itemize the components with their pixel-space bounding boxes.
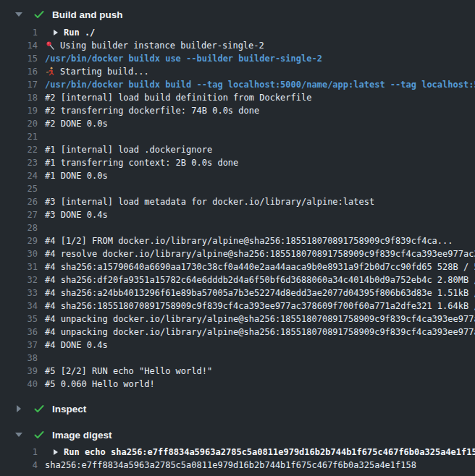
log-text: #2 transferring dockerfile: 74B 0.0s don… (45, 104, 259, 117)
pushpin-icon (45, 41, 55, 51)
log-line: 40#5 0.060 Hello world! (0, 378, 475, 391)
log-line: 1Run ./ (0, 26, 475, 39)
log-text: Using builder instance builder-single-2 (60, 39, 264, 52)
line-number[interactable]: 36 (0, 326, 38, 339)
line-number[interactable]: 35 (0, 313, 38, 326)
line-content: #4 sha256:a24bb4013296f61e89ba57005a7b3e… (38, 286, 475, 299)
log-line: 22#1 [internal] load .dockerignore (0, 143, 475, 156)
log-text: #4 resolve docker.io/library/alpine@sha2… (45, 247, 475, 260)
section-header-image-digest[interactable]: Image digest (0, 424, 475, 446)
log-text: #4 DONE 0.4s (45, 339, 108, 352)
log-section-image-digest: Image digest1Run echo sha256:e7ff8834a59… (0, 424, 475, 475)
expand-run-chevron-icon[interactable] (54, 30, 58, 35)
line-content: #1 DONE 0.0s (38, 169, 475, 182)
line-content: #4 [1/2] FROM docker.io/library/alpine@s… (38, 234, 475, 247)
line-content: #4 DONE 0.4s (38, 339, 475, 352)
line-content: #4 unpacking docker.io/library/alpine@sh… (38, 313, 475, 326)
line-number[interactable]: 34 (0, 299, 38, 313)
line-content: Run ./ (38, 26, 475, 39)
log-line: 36#4 unpacking docker.io/library/alpine@… (0, 326, 475, 339)
log-line: 14Using builder instance builder-single-… (0, 39, 475, 52)
log-line: 37#4 DONE 0.4s (0, 339, 475, 352)
log-line: 17/usr/bin/docker buildx build --tag loc… (0, 78, 475, 91)
line-number[interactable]: 26 (0, 195, 38, 208)
line-number[interactable]: 20 (0, 117, 38, 130)
line-content: #4 unpacking docker.io/library/alpine@sh… (38, 326, 475, 339)
line-number[interactable]: 29 (0, 234, 38, 247)
line-content: #3 [internal] load metadata for docker.i… (38, 195, 475, 208)
line-content: #2 transferring dockerfile: 74B 0.0s don… (38, 104, 475, 117)
log-text: #5 0.060 Hello world! (45, 378, 155, 391)
line-content: #4 sha256:df20fa9351a15782c64e6dddb2d4a6… (38, 273, 475, 286)
log-text: #3 [internal] load metadata for docker.i… (45, 195, 374, 208)
expand-run-chevron-icon[interactable] (54, 449, 58, 455)
log-text: #5 [2/2] RUN echo "Hello world!" (45, 365, 212, 378)
line-number[interactable]: 16 (0, 65, 38, 78)
log-text: #3 DONE 0.4s (45, 208, 108, 221)
line-number[interactable]: 25 (0, 182, 38, 195)
line-content: Run echo sha256:e7ff8834a5963a2785c5a081… (38, 446, 475, 459)
line-number[interactable]: 1 (0, 446, 38, 459)
line-number[interactable]: 27 (0, 208, 38, 221)
line-number[interactable]: 4 (0, 459, 38, 472)
line-number[interactable]: 38 (0, 352, 38, 365)
line-number[interactable]: 23 (0, 156, 38, 169)
chevron-right-icon[interactable] (14, 404, 23, 413)
line-number[interactable]: 17 (0, 78, 38, 91)
line-number[interactable]: 40 (0, 378, 38, 391)
log-line: 16Starting build... (0, 65, 475, 78)
check-icon (33, 403, 45, 415)
line-number[interactable]: 30 (0, 247, 38, 260)
line-content: #5 0.060 Hello world! (38, 378, 475, 391)
line-number[interactable]: 18 (0, 91, 38, 104)
line-content: #4 resolve docker.io/library/alpine@sha2… (38, 247, 475, 260)
line-content: #1 transferring context: 2B 0.0s done (38, 156, 475, 169)
log-line: 27#3 DONE 0.4s (0, 208, 475, 221)
log-line: 1Run echo sha256:e7ff8834a5963a2785c5a08… (0, 446, 475, 459)
line-content: /usr/bin/docker buildx build --tag local… (38, 78, 475, 91)
line-number[interactable]: 14 (0, 39, 38, 52)
line-content: #4 sha256:a15790640a6690aa1730c38cf0a440… (38, 260, 475, 273)
log-text: #4 unpacking docker.io/library/alpine@sh… (45, 326, 475, 339)
log-line: 23#1 transferring context: 2B 0.0s done (0, 156, 475, 169)
runner-icon (45, 67, 55, 77)
line-content: /usr/bin/docker buildx use --builder bui… (38, 52, 475, 65)
line-content: Starting build... (38, 65, 475, 78)
line-number[interactable]: 39 (0, 365, 38, 378)
line-number[interactable]: 21 (0, 130, 38, 143)
line-number[interactable]: 28 (0, 221, 38, 234)
chevron-down-icon[interactable] (14, 430, 23, 439)
line-number[interactable]: 22 (0, 143, 38, 156)
line-number[interactable]: 33 (0, 286, 38, 299)
section-header-inspect[interactable]: Inspect (0, 398, 475, 420)
log-line: 25 (0, 182, 475, 195)
log-text: #4 unpacking docker.io/library/alpine@sh… (45, 313, 475, 326)
workflow-log-viewer: Build and push1Run ./14Using builder ins… (0, 0, 475, 476)
line-number[interactable]: 15 (0, 52, 38, 65)
log-line: 38 (0, 352, 475, 365)
line-number[interactable]: 19 (0, 104, 38, 117)
log-line: 4sha256:e7ff8834a5963a2785c5a0811e979d16… (0, 459, 475, 472)
section-title: Inspect (52, 404, 86, 415)
log-section-inspect: Inspect (0, 398, 475, 420)
log-text: Run ./ (64, 26, 95, 39)
line-number[interactable]: 24 (0, 169, 38, 182)
log-text: sha256:e7ff8834a5963a2785c5a0811e979d16b… (45, 459, 416, 472)
log-line: 30#4 resolve docker.io/library/alpine@sh… (0, 247, 475, 260)
section-header-build-and-push[interactable]: Build and push (0, 3, 475, 26)
log-line: 21 (0, 130, 475, 143)
log-line: 28 (0, 221, 475, 234)
line-number[interactable]: 37 (0, 339, 38, 352)
line-number[interactable]: 1 (0, 26, 38, 39)
line-number[interactable]: 31 (0, 260, 38, 273)
log-section-build-and-push: Build and push1Run ./14Using builder ins… (0, 3, 475, 394)
log-text: #4 [1/2] FROM docker.io/library/alpine@s… (45, 234, 453, 247)
log-line: 19#2 transferring dockerfile: 74B 0.0s d… (0, 104, 475, 117)
check-icon (33, 9, 45, 20)
line-number[interactable]: 32 (0, 273, 38, 286)
log-text: Run echo sha256:e7ff8834a5963a2785c5a081… (64, 446, 475, 459)
log-line: 33#4 sha256:a24bb4013296f61e89ba57005a7b… (0, 286, 475, 299)
section-log-lines: 1Run echo sha256:e7ff8834a5963a2785c5a08… (0, 446, 475, 475)
chevron-down-icon[interactable] (14, 10, 23, 19)
section-log-lines: 1Run ./14Using builder instance builder-… (0, 26, 475, 394)
